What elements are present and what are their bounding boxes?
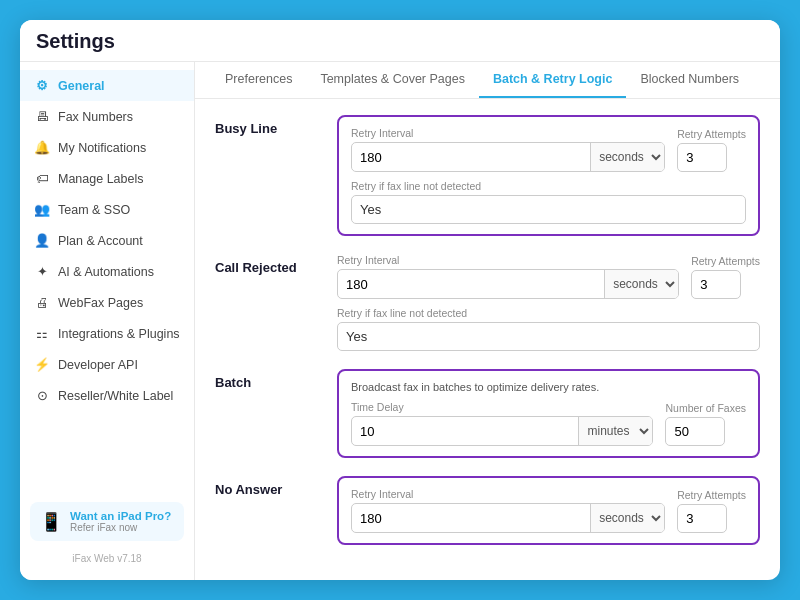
sidebar: ⚙General🖷Fax Numbers🔔My Notifications🏷Ma… — [20, 62, 195, 580]
no-answer-interval-unit[interactable]: seconds minutes hours — [590, 504, 664, 532]
call-rejected-interval-col: Retry Interval seconds minutes hours — [337, 254, 679, 299]
promo-text: Want an iPad Pro? Refer iFax now — [70, 510, 171, 533]
batch-faxes-label: Number of Faxes — [665, 402, 746, 414]
call-rejected-interval-unit[interactable]: seconds minutes hours — [604, 270, 678, 298]
manage-labels-icon: 🏷 — [34, 171, 50, 186]
busy-line-row: Busy Line Retry Interval seconds minutes — [215, 115, 760, 236]
tab-preferences[interactable]: Preferences — [211, 62, 306, 98]
batch-delay-col: Time Delay minutes seconds hours — [351, 401, 653, 446]
team-sso-icon: 👥 — [34, 202, 50, 217]
promo-subtitle: Refer iFax now — [70, 522, 171, 533]
call-rejected-interval-input[interactable] — [338, 271, 604, 298]
busy-line-attempts-col: Retry Attempts — [677, 128, 746, 172]
call-rejected-label: Call Rejected — [215, 254, 325, 275]
sidebar-item-general[interactable]: ⚙General — [20, 70, 194, 101]
app-version: iFax Web v7.18 — [20, 549, 194, 572]
tab-templates[interactable]: Templates & Cover Pages — [306, 62, 479, 98]
busy-line-interval-label: Retry Interval — [351, 127, 665, 139]
my-notifications-icon: 🔔 — [34, 140, 50, 155]
plan-account-icon: 👤 — [34, 233, 50, 248]
sidebar-item-reseller[interactable]: ⊙Reseller/White Label — [20, 380, 194, 411]
busy-line-attempts-input[interactable] — [677, 143, 727, 172]
sidebar-label: My Notifications — [58, 141, 146, 155]
busy-line-interval-input[interactable] — [352, 144, 590, 171]
main-layout: ⚙General🖷Fax Numbers🔔My Notifications🏷Ma… — [20, 62, 780, 580]
sidebar-label: Developer API — [58, 358, 138, 372]
no-answer-interval-col: Retry Interval seconds minutes hours — [351, 488, 665, 533]
promo-icon: 📱 — [40, 511, 62, 533]
batch-row: Batch Broadcast fax in batches to optimi… — [215, 369, 760, 458]
developer-api-icon: ⚡ — [34, 357, 50, 372]
sidebar-item-ai-automations[interactable]: ✦AI & Automations — [20, 256, 194, 287]
busy-line-interval-wrap: seconds minutes hours — [351, 142, 665, 172]
batch-label: Batch — [215, 369, 325, 390]
batch-delay-wrap: minutes seconds hours — [351, 416, 653, 446]
page-title: Settings — [36, 30, 115, 52]
batch-faxes-col: Number of Faxes — [665, 402, 746, 446]
busy-line-attempts-label: Retry Attempts — [677, 128, 746, 140]
no-answer-label: No Answer — [215, 476, 325, 497]
call-rejected-attempts-col: Retry Attempts — [691, 255, 760, 299]
sidebar-item-manage-labels[interactable]: 🏷Manage Labels — [20, 163, 194, 194]
no-answer-row: No Answer Retry Interval seconds minutes — [215, 476, 760, 545]
sidebar-item-developer-api[interactable]: ⚡Developer API — [20, 349, 194, 380]
batch-description: Broadcast fax in batches to optimize del… — [351, 381, 746, 393]
busy-line-fax-label: Retry if fax line not detected — [351, 180, 746, 192]
settings-window: Settings ⚙General🖷Fax Numbers🔔My Notific… — [20, 20, 780, 580]
sidebar-label: Fax Numbers — [58, 110, 133, 124]
settings-content: Busy Line Retry Interval seconds minutes — [195, 99, 780, 580]
call-rejected-fields: Retry Interval seconds minutes hours — [337, 254, 760, 299]
busy-line-fields: Retry Interval seconds minutes hours — [351, 127, 746, 172]
sidebar-label: Team & SSO — [58, 203, 130, 217]
sidebar-label: Manage Labels — [58, 172, 143, 186]
no-answer-fields: Retry Interval seconds minutes hours — [351, 488, 746, 533]
sidebar-item-plan-account[interactable]: 👤Plan & Account — [20, 225, 194, 256]
sidebar-label: Integrations & Plugins — [58, 327, 180, 341]
busy-line-fax-value: Yes — [351, 195, 746, 224]
sidebar-label: General — [58, 79, 105, 93]
busy-line-interval-unit[interactable]: seconds minutes hours — [590, 143, 664, 171]
busy-line-box: Retry Interval seconds minutes hours — [337, 115, 760, 236]
sidebar-item-integrations-plugins[interactable]: ⚏Integrations & Plugins — [20, 318, 194, 349]
tabs-bar: PreferencesTemplates & Cover PagesBatch … — [195, 62, 780, 99]
sidebar-item-team-sso[interactable]: 👥Team & SSO — [20, 194, 194, 225]
no-answer-interval-input[interactable] — [352, 505, 590, 532]
no-answer-interval-wrap: seconds minutes hours — [351, 503, 665, 533]
sidebar-label: Reseller/White Label — [58, 389, 173, 403]
promo-banner[interactable]: 📱 Want an iPad Pro? Refer iFax now — [30, 502, 184, 541]
webfax-pages-icon: 🖨 — [34, 295, 50, 310]
reseller-icon: ⊙ — [34, 388, 50, 403]
sidebar-label: Plan & Account — [58, 234, 143, 248]
no-answer-box: Retry Interval seconds minutes hours — [337, 476, 760, 545]
call-rejected-fax-value: Yes — [337, 322, 760, 351]
batch-delay-label: Time Delay — [351, 401, 653, 413]
call-rejected-interval-wrap: seconds minutes hours — [337, 269, 679, 299]
fax-numbers-icon: 🖷 — [34, 109, 50, 124]
promo-title: Want an iPad Pro? — [70, 510, 171, 522]
tab-batch-retry[interactable]: Batch & Retry Logic — [479, 62, 626, 98]
call-rejected-interval-label: Retry Interval — [337, 254, 679, 266]
call-rejected-row: Call Rejected Retry Interval seconds min… — [215, 254, 760, 351]
sidebar-item-my-notifications[interactable]: 🔔My Notifications — [20, 132, 194, 163]
no-answer-attempts-label: Retry Attempts — [677, 489, 746, 501]
sidebar-label: AI & Automations — [58, 265, 154, 279]
tab-blocked-numbers[interactable]: Blocked Numbers — [626, 62, 753, 98]
ai-automations-icon: ✦ — [34, 264, 50, 279]
integrations-plugins-icon: ⚏ — [34, 326, 50, 341]
batch-faxes-input[interactable] — [665, 417, 725, 446]
sidebar-item-webfax-pages[interactable]: 🖨WebFax Pages — [20, 287, 194, 318]
content-area: PreferencesTemplates & Cover PagesBatch … — [195, 62, 780, 580]
no-answer-attempts-input[interactable] — [677, 504, 727, 533]
call-rejected-attempts-label: Retry Attempts — [691, 255, 760, 267]
batch-box: Broadcast fax in batches to optimize del… — [337, 369, 760, 458]
batch-fields: Time Delay minutes seconds hours — [351, 401, 746, 446]
batch-delay-unit[interactable]: minutes seconds hours — [578, 417, 652, 445]
window-title-bar: Settings — [20, 20, 780, 62]
call-rejected-fax-label: Retry if fax line not detected — [337, 307, 760, 319]
call-rejected-attempts-input[interactable] — [691, 270, 741, 299]
no-answer-interval-label: Retry Interval — [351, 488, 665, 500]
batch-delay-input[interactable] — [352, 418, 578, 445]
busy-line-interval-col: Retry Interval seconds minutes hours — [351, 127, 665, 172]
call-rejected-box: Retry Interval seconds minutes hours — [337, 254, 760, 351]
sidebar-item-fax-numbers[interactable]: 🖷Fax Numbers — [20, 101, 194, 132]
